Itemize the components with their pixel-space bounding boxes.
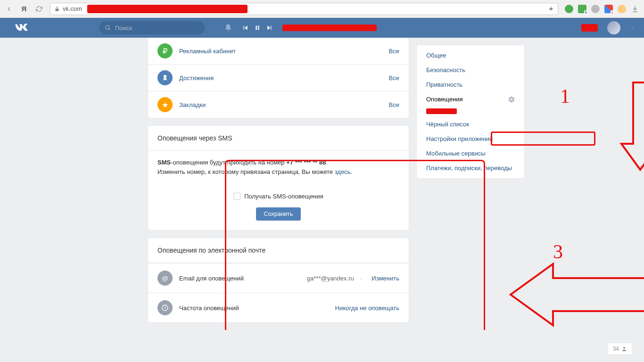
menu-ads[interactable]: ₽ Рекламный кабинет Все <box>148 38 409 65</box>
svg-rect-4 <box>258 25 259 30</box>
menu-achievements[interactable]: Достижения Все <box>148 65 409 91</box>
lock-icon <box>54 6 60 12</box>
yandex-button[interactable]: Я <box>20 5 28 13</box>
svg-rect-3 <box>256 25 257 30</box>
track-redaction <box>282 25 377 31</box>
nav-card: ₽ Рекламный кабинет Все Достижения Все ★… <box>148 38 409 118</box>
settings-sidebar: Общее Безопасность Приватность Оповещени… <box>416 45 525 179</box>
prev-track-icon[interactable] <box>242 25 248 31</box>
ext-translate-icon[interactable]: 1 <box>604 5 613 13</box>
ext-egg-icon[interactable] <box>618 5 626 13</box>
svg-rect-0 <box>56 8 59 11</box>
menu-bookmarks[interactable]: ★ Закладки Все <box>148 91 409 118</box>
vk-header: Поиск <box>0 18 644 38</box>
url-text: vk.com <box>63 5 82 12</box>
annotation-3: 3 <box>553 240 563 263</box>
svg-line-2 <box>109 29 110 30</box>
sidebar-redaction <box>426 108 457 114</box>
annotation-box-main <box>225 160 485 330</box>
ext-shield-icon[interactable] <box>565 5 573 13</box>
sms-title: Оповещения через SMS <box>148 126 409 151</box>
browser-toolbar: Я vk.com ★ 5 1 <box>0 0 644 18</box>
annotation-1: 1 <box>560 85 570 107</box>
reload-button[interactable] <box>35 5 43 13</box>
at-icon: @ <box>157 271 173 286</box>
search-icon <box>105 25 111 31</box>
url-redaction <box>87 5 248 13</box>
downloads-icon[interactable] <box>631 5 639 13</box>
sidebar-general[interactable]: Общее <box>417 48 524 63</box>
sidebar-mobile[interactable]: Мобильные сервисы <box>417 146 524 161</box>
username-redaction <box>581 24 598 32</box>
arrow-down-icon <box>619 80 644 174</box>
annotation-box-sidebar <box>491 132 595 146</box>
svg-point-5 <box>164 75 167 78</box>
achievement-icon <box>157 70 173 85</box>
avatar[interactable] <box>607 21 620 34</box>
arrow-left-icon <box>506 259 644 330</box>
url-bar[interactable]: vk.com ★ <box>50 3 558 15</box>
search-placeholder: Поиск <box>115 25 132 32</box>
sidebar-privacy[interactable]: Приватность <box>417 77 524 92</box>
music-player <box>242 25 377 31</box>
vk-logo[interactable] <box>9 24 99 32</box>
ext-download-icon[interactable]: 5 <box>578 5 586 13</box>
sidebar-notifications[interactable]: Оповещения <box>417 92 524 107</box>
notifications-icon[interactable] <box>224 24 232 32</box>
ext-globe-icon[interactable] <box>591 5 600 13</box>
sidebar-blacklist[interactable]: Чёрный список <box>417 117 524 132</box>
star-icon: ★ <box>157 97 173 112</box>
back-button[interactable] <box>5 5 13 13</box>
bookmark-star-icon[interactable]: ★ <box>548 5 554 12</box>
gear-icon[interactable] <box>508 96 515 103</box>
ruble-icon: ₽ <box>157 43 173 58</box>
svg-point-1 <box>106 25 109 29</box>
pause-icon[interactable] <box>254 25 261 31</box>
extensions: 5 1 <box>565 5 639 13</box>
clock-icon <box>157 300 173 315</box>
next-track-icon[interactable] <box>266 25 273 31</box>
search-input[interactable]: Поиск <box>99 21 205 34</box>
chevron-down-icon[interactable] <box>630 25 635 30</box>
sidebar-security[interactable]: Безопасность <box>417 63 524 77</box>
